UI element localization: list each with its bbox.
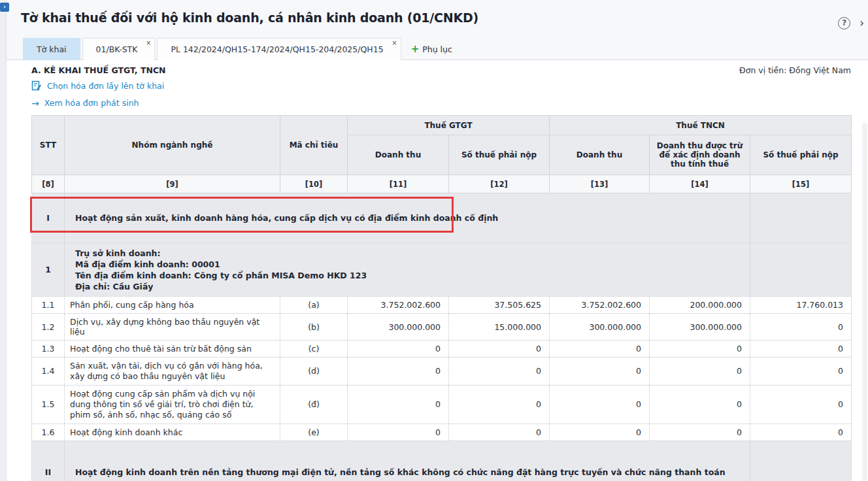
column-index-cell: [12] xyxy=(449,175,550,193)
select-invoices-label: Chọn hóa đơn lấy lên tờ khai xyxy=(47,81,164,91)
row-target-code: (đ) xyxy=(280,386,348,424)
table-row-1-2: 1.2Dịch vụ, xây dựng không bao thầu nguy… xyxy=(32,314,852,340)
col-header-gtgt-revenue: Doanh thu xyxy=(348,135,449,175)
col-header-stt: STT xyxy=(32,116,65,175)
view-invoices-label: Xem hóa đơn phát sinh xyxy=(44,98,139,108)
tab-to-khai[interactable]: Tờ khai xyxy=(23,38,80,60)
row-industry-label: Hoạt động kinh doanh khác xyxy=(65,424,280,441)
row-stt: 1.5 xyxy=(32,386,65,424)
row-stt: 1.4 xyxy=(32,357,65,386)
row-value-cell: 0 xyxy=(449,386,550,424)
row-value-cell: 0 xyxy=(750,357,852,386)
col-group-gtgt: Thuế GTGT xyxy=(348,116,550,135)
row-value-cell: 0 xyxy=(348,340,449,357)
row-empty-cell xyxy=(750,441,852,481)
col-header-tncn-revenue: Doanh thu xyxy=(550,135,650,175)
row-value-cell: 0 xyxy=(348,357,449,386)
row-value-cell: 0 xyxy=(348,386,449,424)
row-target-code: (d) xyxy=(280,357,348,386)
row-value-cell: 0 xyxy=(750,340,852,357)
table-row-I: IHoạt động sản xuất, kinh doanh hàng hóa… xyxy=(32,193,852,243)
column-index-cell: [8] xyxy=(32,175,65,193)
tab-label: 01/BK-STK xyxy=(96,44,138,54)
invoice-select-icon xyxy=(31,80,42,91)
col-header-target-code: Mã chỉ tiêu xyxy=(280,116,348,175)
row-empty-cell xyxy=(750,243,852,297)
row-section-label: Hoạt động sản xuất, kinh doanh hàng hóa,… xyxy=(65,193,750,243)
row-value-cell: 0 xyxy=(550,357,650,386)
row-industry-label: Hoạt động cung cấp sản phẩm và dịch vụ n… xyxy=(65,386,280,424)
row-value-cell: 0 xyxy=(348,424,449,441)
tab-pl-appendix[interactable]: PL 142/2024/QH15-174/2024/QH15-204/2025/… xyxy=(157,38,401,60)
table-row-1-3: 1.3Hoạt động cho thuê tài sản trừ bất độ… xyxy=(32,340,852,357)
row-value-cell: 0 xyxy=(550,340,650,357)
col-header-tncn-deduct: Doanh thu được trừ để xác định doanh thu… xyxy=(650,135,750,175)
row-value-cell: 0 xyxy=(650,357,750,386)
tab-bar: Tờ khai 01/BK-STK × PL 142/2024/QH15-174… xyxy=(23,38,460,60)
row-value-cell: 3.752.002.600 xyxy=(550,297,650,314)
tab-close-icon[interactable]: × xyxy=(146,40,151,46)
tab-label: Tờ khai xyxy=(37,44,67,54)
add-appendix-button[interactable]: + Phụ lục xyxy=(403,38,460,60)
form-header-band: Tờ khai thuế đối với hộ kinh doanh, cá n… xyxy=(7,0,868,60)
table-row-1-1: 1.1Phân phối, cung cấp hàng hóa(a)3.752.… xyxy=(32,297,852,314)
expand-panel-icon[interactable]: › xyxy=(0,3,9,12)
chevron-right-icon[interactable]: › xyxy=(860,17,864,29)
row-stt: 1.6 xyxy=(32,424,65,441)
row-value-cell: 3.752.002.600 xyxy=(348,297,449,314)
row-target-code: (c) xyxy=(280,340,348,357)
row-value-cell: 300.000.000 xyxy=(650,314,750,340)
row-target-code: (e) xyxy=(280,424,348,441)
row-value-cell: 0 xyxy=(750,424,852,441)
tab-close-icon[interactable]: × xyxy=(392,40,397,46)
view-invoices-link[interactable]: → Xem hóa đơn phát sinh xyxy=(31,98,139,108)
row-value-cell: 0 xyxy=(650,340,750,357)
tab-01-bk-stk[interactable]: 01/BK-STK × xyxy=(82,38,156,60)
row-stt: I xyxy=(32,193,65,243)
row-industry-label: Phân phối, cung cấp hàng hóa xyxy=(65,297,280,314)
tab-label: PL 142/2024/QH15-174/2024/QH15-204/2025/… xyxy=(171,44,383,54)
column-index-cell: [14] xyxy=(650,175,750,193)
row-value-cell: 300.000.000 xyxy=(550,314,650,340)
row-target-code: (b) xyxy=(280,314,348,340)
plus-icon: + xyxy=(411,43,420,55)
row-target-code: (a) xyxy=(280,297,348,314)
column-index-cell: [15] xyxy=(750,175,852,193)
column-index-cell: [9] xyxy=(65,175,280,193)
row-section-label: Trụ sở kinh doanh:Mã địa điểm kinh doanh… xyxy=(65,243,750,297)
row-industry-label: Dịch vụ, xây dựng không bao thầu nguyên … xyxy=(65,314,280,340)
table-row-1-4: 1.4Sản xuất, vận tải, dịch vụ có gắn với… xyxy=(32,357,852,386)
table-row-II: IIHoạt động kinh doanh trên nền tảng thư… xyxy=(32,441,852,481)
col-header-gtgt-tax: Số thuế phải nộp xyxy=(449,135,550,175)
row-stt: II xyxy=(32,441,65,481)
row-value-cell: 0 xyxy=(550,386,650,424)
row-section-label: Hoạt động kinh doanh trên nền tảng thươn… xyxy=(65,441,750,481)
row-value-cell: 15.000.000 xyxy=(449,314,550,340)
table-row-1-5: 1.5Hoạt động cung cấp sản phẩm và dịch v… xyxy=(32,386,852,424)
row-value-cell: 0 xyxy=(650,386,750,424)
select-invoices-link[interactable]: Chọn hóa đơn lấy lên tờ khai xyxy=(31,80,164,91)
table-row-1: 1Trụ sở kinh doanh:Mã địa điểm kinh doan… xyxy=(32,243,852,297)
row-value-cell: 200.000.000 xyxy=(650,297,750,314)
row-empty-cell xyxy=(750,193,852,243)
help-icon[interactable]: ? xyxy=(838,17,850,29)
declaration-table: STT Nhóm ngành nghề Mã chỉ tiêu Thuế GTG… xyxy=(31,115,852,481)
page-title: Tờ khai thuế đối với hộ kinh doanh, cá n… xyxy=(21,10,478,25)
section-a-title: A. KÊ KHAI THUẾ GTGT, TNCN xyxy=(31,65,166,75)
vertical-scrollbar[interactable] xyxy=(862,123,867,481)
arrow-right-icon: → xyxy=(31,99,39,108)
declaration-table-body: IHoạt động sản xuất, kinh doanh hàng hóa… xyxy=(32,193,852,481)
col-header-industry-group: Nhóm ngành nghề xyxy=(65,116,280,175)
table-row-1-6: 1.6Hoạt động kinh doanh khác(e)00000 xyxy=(32,424,852,441)
row-value-cell: 0 xyxy=(650,424,750,441)
col-header-tncn-tax: Số thuế phải nộp xyxy=(750,135,852,175)
row-stt: 1.2 xyxy=(32,314,65,340)
column-index-cell: [11] xyxy=(348,175,449,193)
row-value-cell: 0 xyxy=(550,424,650,441)
collapsed-side-panel[interactable] xyxy=(0,0,7,481)
row-value-cell: 0 xyxy=(449,424,550,441)
row-industry-label: Sản xuất, vận tải, dịch vụ có gắn với hà… xyxy=(65,357,280,386)
row-industry-label: Hoạt động cho thuê tài sản trừ bất động … xyxy=(65,340,280,357)
row-value-cell: 0 xyxy=(449,340,550,357)
row-stt: 1.3 xyxy=(32,340,65,357)
